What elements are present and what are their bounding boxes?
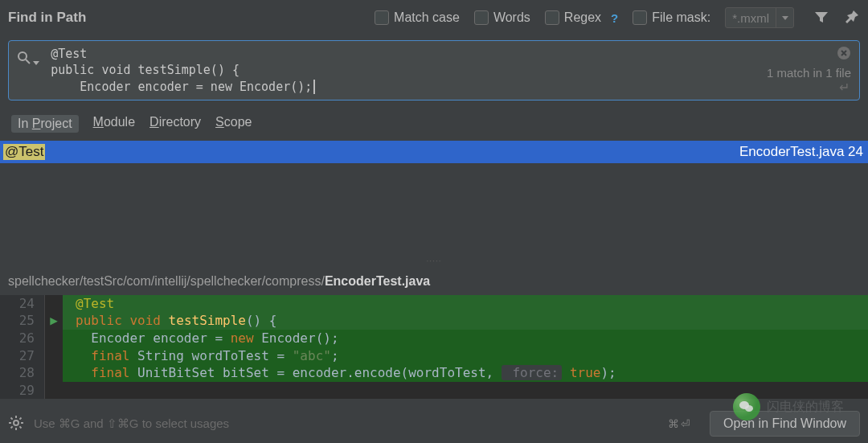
code-preview[interactable]: 24 @Test 25 ▶ public void testSimple() {… <box>0 295 868 400</box>
footer-shortcut: ⌘⏎ <box>668 417 692 430</box>
tab-module[interactable]: Module <box>93 115 135 133</box>
checkbox-icon <box>633 10 647 25</box>
search-text: @Test public void testSimple() { Encoder… <box>39 46 851 95</box>
line-number: 28 <box>0 364 45 382</box>
checkbox-icon <box>474 10 489 25</box>
tab-directory[interactable]: Directory <box>149 115 201 133</box>
file-mask-label: File mask: <box>652 10 710 25</box>
dialog-title: Find in Path <box>8 10 86 26</box>
search-result-row[interactable]: @Test EncoderTest.java 24 <box>0 141 868 163</box>
file-mask-checkbox[interactable]: File mask: <box>633 10 710 25</box>
clear-icon[interactable] <box>837 46 851 63</box>
footer-hint: Use ⌘G and ⇧⌘G to select usages <box>34 416 658 431</box>
words-label: Words <box>493 10 530 25</box>
regex-checkbox[interactable]: Regex <box>545 10 601 25</box>
svg-point-0 <box>18 52 27 60</box>
run-gutter-icon[interactable]: ▶ <box>45 312 63 330</box>
tab-in-project[interactable]: In Project <box>11 115 79 133</box>
svg-line-1 <box>26 59 30 64</box>
enter-icon: ↵ <box>839 80 850 95</box>
pin-icon[interactable] <box>844 9 860 27</box>
gear-icon[interactable] <box>8 415 24 433</box>
chevron-down-icon[interactable] <box>776 8 793 27</box>
result-file-location: EncoderTest.java 24 <box>739 144 863 160</box>
line-number: 29 <box>0 382 45 400</box>
gutter-marker <box>45 295 63 313</box>
tab-scope[interactable]: Scope <box>215 115 252 133</box>
file-mask-value: *.mxml <box>726 11 776 25</box>
line-number: 24 <box>0 295 45 313</box>
regex-label: Regex <box>564 10 601 25</box>
line-number: 25 <box>0 312 45 330</box>
checkbox-icon <box>545 10 559 25</box>
checkbox-icon <box>375 10 389 25</box>
search-icon <box>17 51 39 68</box>
match-case-label: Match case <box>394 10 460 25</box>
regex-help-link[interactable]: ? <box>611 11 618 25</box>
filter-icon[interactable] <box>813 9 829 27</box>
words-checkbox[interactable]: Words <box>474 10 530 25</box>
results-area <box>0 163 868 256</box>
preview-file-path: spellchecker/testSrc/com/intellij/spellc… <box>0 268 868 295</box>
search-input[interactable]: @Test public void testSimple() { Encoder… <box>8 40 860 100</box>
file-mask-select[interactable]: *.mxml <box>725 7 794 28</box>
match-count: 1 match in 1 file <box>767 66 851 80</box>
line-number: 27 <box>0 347 45 365</box>
line-number: 26 <box>0 330 45 347</box>
open-in-find-window-button[interactable]: Open in Find Window <box>710 411 860 437</box>
match-case-checkbox[interactable]: Match case <box>375 10 460 25</box>
result-match-text: @Test <box>3 144 45 160</box>
svg-point-3 <box>14 420 18 425</box>
splitter-handle[interactable]: ····· <box>0 256 868 268</box>
scope-tabs: In Project Module Directory Scope <box>0 109 868 141</box>
